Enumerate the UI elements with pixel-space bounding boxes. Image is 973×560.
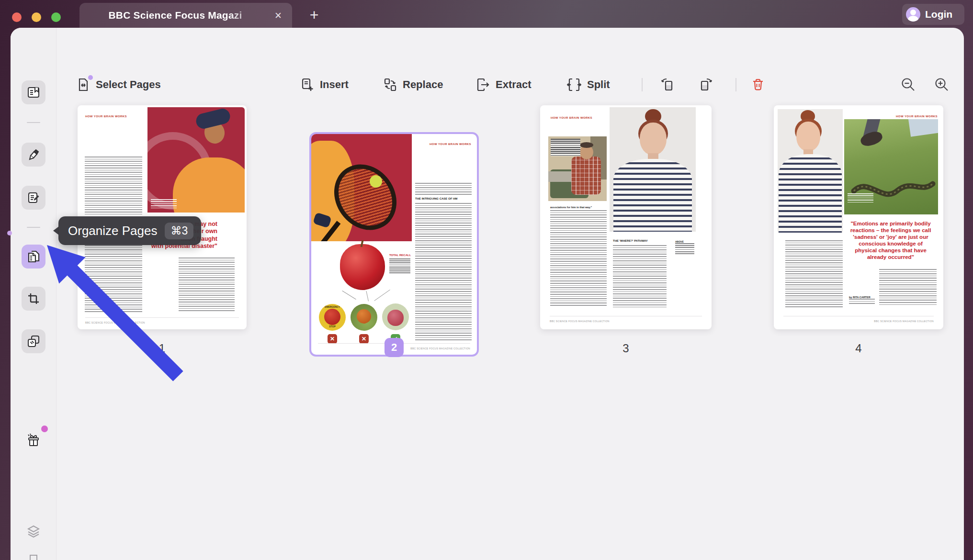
toolbar-divider	[642, 78, 643, 91]
page-thumbnail-4[interactable]: HOW YOUR BRAIN WORKS "Emotions are prima…	[774, 105, 943, 329]
split-icon	[566, 77, 582, 92]
snake-photo	[844, 119, 938, 214]
zoom-out-button[interactable]	[897, 74, 919, 96]
emergency-stop-photo: EMERGENCY STOP	[319, 304, 346, 331]
text-column	[415, 203, 472, 341]
bookmark-icon	[26, 553, 41, 560]
layers-icon	[25, 524, 42, 540]
delete-pages-button[interactable]	[747, 74, 769, 96]
sidebar-item-bookmark[interactable]	[22, 549, 45, 560]
text-column	[879, 269, 937, 306]
magazine-header: HOW YOUR BRAIN WORKS	[551, 116, 592, 119]
sidebar-edge-dot	[7, 231, 12, 235]
sidebar-item-gift[interactable]	[22, 429, 45, 453]
zoom-in-icon	[933, 76, 950, 93]
page-thumbnail-2-selected[interactable]: ltic HOW YOUR BRAIN WORKS THE INTRIGUING…	[309, 132, 479, 357]
minimize-window-button[interactable]	[32, 12, 41, 22]
split-button[interactable]: Split	[566, 72, 610, 98]
image-caption: ABOVE	[675, 240, 694, 255]
avatar	[906, 7, 920, 22]
footer-rule	[550, 316, 702, 316]
insert-button[interactable]: Insert	[300, 72, 349, 98]
replace-button[interactable]: Replace	[383, 72, 443, 98]
sidebar-item-note-edit[interactable]	[22, 186, 45, 210]
magazine-footer: BBC SCIENCE FOCUS MAGAZINE COLLECTION	[410, 347, 470, 350]
page-number-2-badge: 2	[385, 338, 404, 357]
select-pages-icon	[76, 77, 91, 92]
app-window: BBC Science Focus Magazi ✕ + Login	[0, 0, 973, 560]
text-column	[785, 240, 843, 307]
reject-mark: ✕	[359, 334, 369, 344]
select-pages-button[interactable]: Select Pages	[76, 72, 161, 98]
scientist-photo	[548, 136, 607, 201]
rotate-right-icon	[697, 77, 713, 93]
toolbar-divider	[735, 78, 736, 91]
page-number-3: 3	[540, 338, 712, 359]
login-button[interactable]: Login	[902, 4, 964, 25]
text-column: associations for him in that way."	[550, 206, 607, 307]
reader-icon	[26, 85, 41, 100]
close-tab-icon[interactable]: ✕	[271, 8, 285, 22]
extract-icon	[475, 77, 491, 92]
sidebar-item-highlighter[interactable]	[22, 143, 45, 167]
tooltip-label: Organize Pages	[68, 224, 157, 238]
select-pages-dot	[88, 75, 93, 80]
sidebar-divider	[27, 122, 40, 123]
magazine-header: HOW YOUR BRAIN WORKS	[85, 115, 127, 118]
apple-photo	[340, 244, 385, 290]
gift-icon	[25, 433, 42, 449]
close-window-button[interactable]	[12, 12, 22, 22]
text-column	[415, 183, 472, 195]
photo-caption	[848, 193, 873, 203]
tooltip-caret	[53, 226, 59, 235]
connector-line	[366, 291, 369, 302]
zoom-out-icon	[900, 76, 917, 93]
rotate-right-button[interactable]	[694, 74, 716, 96]
tennis-photo: ltic	[311, 134, 412, 241]
pointer-arrow	[38, 237, 196, 390]
connector-line	[374, 290, 390, 301]
text-column	[85, 157, 142, 215]
document-tab[interactable]: BBC Science Focus Magazi ✕	[79, 3, 292, 28]
smiling-woman-photo	[778, 109, 843, 233]
tree-apple-photo	[382, 303, 409, 330]
zoom-window-button[interactable]	[51, 12, 61, 22]
photo-caption	[389, 258, 410, 275]
footer-rule	[783, 316, 934, 316]
article-subhead: THE 'WHERE?' PATHWAY	[613, 239, 670, 242]
note-edit-icon	[26, 190, 41, 205]
magazine-header: HOW YOUR BRAIN WORKS	[430, 143, 471, 146]
new-tab-button[interactable]: +	[305, 6, 323, 23]
recall-heading: TOTAL RECALL	[389, 254, 411, 257]
replace-icon	[383, 77, 398, 92]
zoom-in-button[interactable]	[931, 74, 953, 96]
rotate-left-button[interactable]	[657, 74, 679, 96]
sidebar-item-reader[interactable]	[22, 80, 45, 104]
trash-icon	[750, 77, 766, 92]
gift-notification-dot	[41, 426, 48, 432]
login-label: Login	[925, 9, 952, 20]
insert-icon	[300, 77, 315, 92]
golf-ball-photo	[351, 304, 377, 331]
magazine-footer: BBC SCIENCE FOCUS MAGAZINE COLLECTION	[874, 320, 934, 323]
sidebar-divider	[27, 227, 40, 228]
tab-title: BBC Science Focus Magazi	[79, 10, 271, 21]
tennis-player-photo	[147, 107, 245, 213]
connector-line	[342, 291, 356, 300]
text-column	[613, 245, 667, 307]
photo-caption	[551, 139, 580, 156]
article-subhead: THE INTRIGUING CASE OF HM	[415, 197, 473, 200]
photo-caption	[151, 199, 177, 210]
sidebar-item-layers[interactable]	[22, 520, 45, 544]
byline: by RITA CARTER	[849, 296, 878, 304]
magazine-header: HOW YOUR BRAIN WORKS	[896, 115, 938, 118]
page-thumbnail-3[interactable]: HOW YOUR BRAIN WORKS associations for hi…	[540, 105, 712, 329]
rotate-left-icon	[660, 77, 676, 93]
extract-button[interactable]: Extract	[475, 72, 532, 98]
page-number-4: 4	[774, 338, 943, 359]
highlighter-icon	[26, 147, 41, 162]
sad-woman-photo	[610, 107, 696, 232]
magazine-footer: BBC SCIENCE FOCUS MAGAZINE COLLECTION	[550, 320, 610, 323]
reject-mark: ✕	[328, 334, 337, 344]
pull-quote: "Emotions are primarily bodily reactions…	[849, 220, 932, 260]
